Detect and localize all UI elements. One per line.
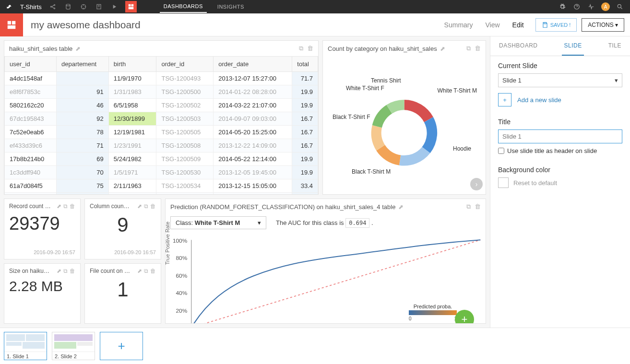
external-link-icon[interactable]: ⬈ bbox=[440, 45, 445, 52]
donut-label-tennis: Tennis Shirt bbox=[371, 77, 401, 84]
tile-file-count[interactable]: File count on … ⬈ ⧉ 🗑 1 bbox=[84, 263, 161, 324]
user-avatar[interactable]: A bbox=[601, 2, 610, 11]
table-row[interactable]: 1c3ddff940701/5/1971TSG-12005302013-12-0… bbox=[5, 166, 318, 179]
table-row[interactable]: 61a7d084f5752/11/1963TSG-12005352013-12-… bbox=[5, 193, 318, 195]
help-icon[interactable] bbox=[572, 2, 581, 11]
slide-thumb-2[interactable]: 2. Slide 2 bbox=[52, 332, 95, 360]
table-row[interactable]: 67dc1958439212/30/1899TSG-12005032014-09… bbox=[5, 112, 318, 126]
notebook-icon[interactable] bbox=[95, 2, 103, 11]
table-header[interactable]: order_id bbox=[156, 57, 214, 72]
table-row[interactable]: 7c52e0eab67812/19/1981TSG-12005052014-05… bbox=[5, 126, 318, 139]
auc-label: The AUC for this class is bbox=[276, 219, 344, 226]
table-row[interactable]: a4dc1548af11/9/1970TSG-12004932013-12-07… bbox=[5, 72, 318, 85]
copy-icon[interactable]: ⧉ bbox=[144, 268, 148, 274]
metric-timestamp: 2016-09-20 16:57 bbox=[90, 249, 156, 255]
topnav-tab-dashboards[interactable]: DASHBOARDS bbox=[160, 0, 207, 13]
trash-icon[interactable]: 🗑 bbox=[475, 203, 481, 211]
add-slide-link[interactable]: Add a new slide bbox=[517, 96, 561, 104]
trash-icon[interactable]: 🗑 bbox=[307, 45, 313, 52]
slide-thumb-1[interactable]: 1. Slide 1 bbox=[4, 332, 47, 360]
trash-icon[interactable]: 🗑 bbox=[70, 268, 75, 274]
use-title-label: Use slide title as header on slide bbox=[507, 147, 597, 154]
external-link-icon[interactable]: ⬈ bbox=[398, 203, 404, 211]
sidetab-tile[interactable]: TILE bbox=[606, 36, 623, 56]
table-header[interactable]: departement bbox=[57, 57, 109, 72]
svg-point-10 bbox=[618, 4, 621, 8]
tile-size[interactable]: Size on haiku… ⬈ ⧉ 🗑 2.28 MB bbox=[4, 263, 81, 324]
scroll-right-button[interactable]: › bbox=[470, 178, 483, 190]
donut-label-hoodie: Hoodie bbox=[453, 145, 471, 152]
search-icon[interactable] bbox=[616, 2, 624, 11]
class-select[interactable]: Class: White T-Shirt M ▾ bbox=[170, 216, 266, 229]
svg-text:100%: 100% bbox=[173, 237, 188, 244]
external-link-icon[interactable]: ⬈ bbox=[57, 268, 61, 274]
use-title-checkbox-row[interactable]: Use slide title as header on slide bbox=[498, 147, 622, 154]
table-header[interactable]: total bbox=[292, 57, 318, 72]
data-table: user_iddepartementbirthorder_idorder_dat… bbox=[4, 56, 318, 194]
external-link-icon[interactable]: ⬈ bbox=[57, 203, 61, 210]
topnav-tab-insights[interactable]: INSIGHTS bbox=[214, 1, 248, 12]
dashboard-nav-icon[interactable] bbox=[125, 1, 137, 12]
svg-point-1 bbox=[54, 4, 55, 5]
add-slide-button[interactable]: + bbox=[498, 93, 511, 106]
table-row[interactable]: ef433d39c6711/23/1991TSG-12005082013-12-… bbox=[5, 139, 318, 153]
copy-icon[interactable]: ⧉ bbox=[466, 45, 471, 52]
recipes-icon[interactable] bbox=[79, 2, 88, 11]
use-title-checkbox[interactable] bbox=[498, 148, 504, 154]
slide-thumb-caption: 1. Slide 1 bbox=[4, 352, 47, 360]
sidetab-slide[interactable]: SLIDE bbox=[562, 36, 583, 56]
slide-thumb-caption: 2. Slide 2 bbox=[52, 352, 95, 360]
table-row[interactable]: 61a7d084f5752/11/1963TSG-12005342013-12-… bbox=[5, 179, 318, 193]
settings-icon[interactable] bbox=[558, 2, 567, 11]
side-panel: DASHBOARD SLIDE TILE Current Slide Slide… bbox=[490, 36, 630, 328]
external-link-icon[interactable]: ⬈ bbox=[75, 45, 81, 52]
current-slide-select[interactable]: Slide 1 ▾ bbox=[498, 73, 622, 87]
trash-icon[interactable]: 🗑 bbox=[150, 203, 156, 210]
table-header[interactable]: birth bbox=[108, 57, 156, 72]
actions-button[interactable]: ACTIONS ▾ bbox=[582, 18, 624, 32]
trash-icon[interactable]: 🗑 bbox=[150, 268, 156, 274]
tile-title: Record count … bbox=[9, 203, 55, 210]
logo-bird-icon[interactable] bbox=[5, 2, 13, 11]
donut-label-whitef: White T-Shirt F bbox=[346, 85, 384, 92]
copy-icon[interactable]: ⧉ bbox=[63, 203, 68, 210]
svg-rect-12 bbox=[12, 21, 15, 24]
donut-label-whitem: White T-Shirt M bbox=[438, 87, 477, 94]
datasets-icon[interactable] bbox=[64, 2, 72, 11]
header-tab-edit[interactable]: Edit bbox=[512, 14, 524, 35]
copy-icon[interactable]: ⧉ bbox=[299, 45, 303, 52]
tile-table[interactable]: haiku_shirt_sales table ⬈ ⧉ 🗑 user_iddep… bbox=[4, 40, 319, 195]
run-icon[interactable] bbox=[110, 2, 119, 11]
trash-icon[interactable]: 🗑 bbox=[70, 203, 75, 210]
activity-icon[interactable] bbox=[587, 2, 595, 11]
table-row[interactable]: 5802162c20466/5/1958TSG-12005022014-03-2… bbox=[5, 99, 318, 112]
header-tab-summary[interactable]: Summary bbox=[444, 14, 473, 35]
external-link-icon[interactable]: ⬈ bbox=[137, 268, 142, 274]
tile-roc[interactable]: Prediction (RANDOM_FOREST_CLASSIFICATION… bbox=[165, 199, 486, 324]
project-name[interactable]: T-Shirts bbox=[20, 3, 42, 11]
trash-icon[interactable]: 🗑 bbox=[475, 45, 481, 52]
copy-icon[interactable]: ⧉ bbox=[144, 203, 148, 210]
svg-point-3 bbox=[66, 4, 70, 6]
slide-add-button[interactable]: + bbox=[100, 332, 143, 360]
saved-button[interactable]: SAVED ! bbox=[535, 18, 577, 32]
tile-donut[interactable]: Count by category on haiku_shirt_sales ⬈… bbox=[322, 40, 486, 195]
tile-column-count[interactable]: Column coun… ⬈ ⧉ 🗑 9 2016-09-20 16:57 bbox=[84, 199, 161, 259]
slide-title-input[interactable] bbox=[498, 129, 622, 143]
header-tab-view[interactable]: View bbox=[486, 14, 500, 35]
flow-icon[interactable] bbox=[48, 2, 57, 11]
bgcolor-swatch[interactable] bbox=[498, 177, 509, 188]
copy-icon[interactable]: ⧉ bbox=[63, 268, 68, 274]
table-row[interactable]: e8f6f7853c911/31/1983TSG-12005002014-01-… bbox=[5, 85, 318, 99]
sidetab-dashboard[interactable]: DASHBOARD bbox=[497, 36, 540, 56]
external-link-icon[interactable]: ⬈ bbox=[137, 203, 142, 210]
tile-record-count[interactable]: Record count … ⬈ ⧉ 🗑 29379 2016-09-20 16… bbox=[4, 199, 81, 259]
svg-text:40%: 40% bbox=[176, 290, 187, 296]
table-row[interactable]: 17b8b214b0695/24/1982TSG-12005092014-05-… bbox=[5, 153, 318, 166]
dashboard-header: my awesome dashboard Summary View Edit S… bbox=[0, 13, 630, 36]
copy-icon[interactable]: ⧉ bbox=[466, 203, 471, 211]
reset-bgcolor-link[interactable]: Reset to default bbox=[513, 179, 557, 187]
table-header[interactable]: user_id bbox=[5, 57, 57, 72]
dashboard-title[interactable]: my awesome dashboard bbox=[23, 19, 444, 31]
table-header[interactable]: order_date bbox=[214, 57, 292, 72]
